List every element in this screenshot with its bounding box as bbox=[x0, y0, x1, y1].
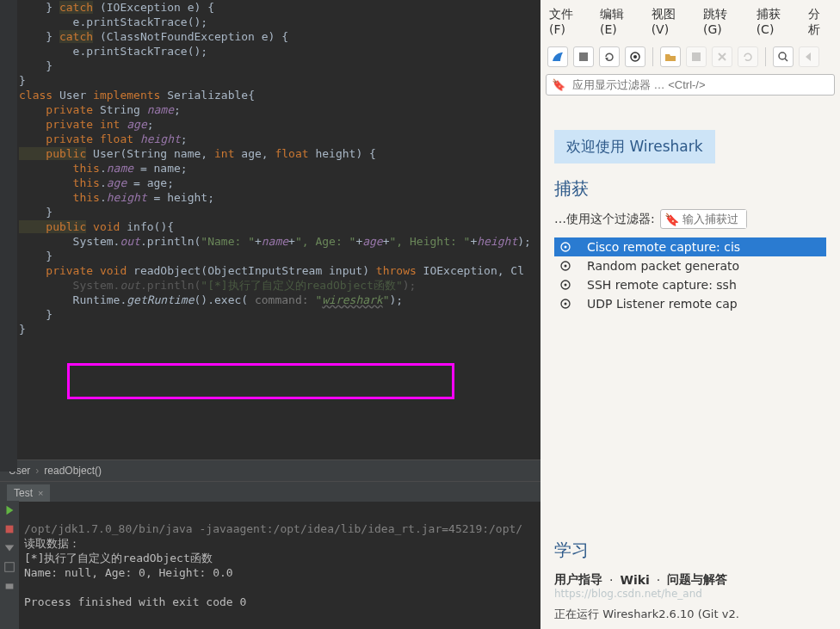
learn-heading: 学习 bbox=[554, 539, 840, 562]
print-icon[interactable] bbox=[3, 580, 15, 592]
interface-row[interactable]: Random packet generato bbox=[554, 256, 826, 275]
run-tool-icons bbox=[0, 501, 19, 629]
bookmark-icon[interactable]: 🔖 bbox=[664, 213, 679, 226]
close-file-icon[interactable] bbox=[712, 46, 732, 67]
options-icon[interactable] bbox=[625, 46, 645, 67]
menu-go[interactable]: 跳转(G) bbox=[703, 7, 744, 38]
menu-file[interactable]: 文件(F) bbox=[549, 7, 588, 38]
menu-capture[interactable]: 捕获(C) bbox=[757, 7, 797, 38]
separator bbox=[652, 47, 653, 66]
console-cmd: /opt/jdk1.7.0_80/bin/java -javaagent:/op… bbox=[24, 522, 522, 535]
stop-icon[interactable] bbox=[3, 523, 15, 535]
watermark-url: https://blog.csdn.net/he_and bbox=[554, 588, 840, 600]
menu-edit[interactable]: 编辑(E) bbox=[600, 7, 639, 38]
bookmark-icon[interactable]: 🔖 bbox=[547, 75, 571, 95]
run-tab-label: Test bbox=[14, 487, 33, 499]
menu-analyze[interactable]: 分析 bbox=[808, 7, 831, 38]
stop-capture-icon[interactable] bbox=[573, 46, 594, 67]
breadcrumb-method[interactable]: readObject() bbox=[44, 465, 102, 477]
find-icon[interactable] bbox=[773, 46, 794, 67]
capture-heading: 捕获 bbox=[554, 177, 826, 200]
link-wiki[interactable]: Wiki bbox=[620, 573, 649, 587]
link-user-guide[interactable]: 用户指导 bbox=[554, 572, 602, 588]
display-filter[interactable]: 🔖 bbox=[546, 74, 835, 96]
gear-icon bbox=[559, 241, 571, 253]
interface-row[interactable]: SSH remote capture: ssh bbox=[554, 275, 826, 294]
menu-view[interactable]: 视图(V) bbox=[652, 7, 691, 38]
menu-bar[interactable]: 文件(F) 编辑(E) 视图(V) 跳转(G) 捕获(C) 分析 bbox=[540, 0, 840, 45]
gear-icon bbox=[559, 298, 571, 310]
close-icon[interactable]: × bbox=[38, 488, 43, 498]
annotation-highlight bbox=[67, 363, 454, 399]
run-tab-bar: Test × bbox=[0, 482, 540, 502]
interface-label: SSH remote capture: ssh bbox=[587, 278, 737, 292]
console-out: 读取数据： bbox=[24, 537, 80, 550]
back-icon[interactable] bbox=[799, 46, 819, 67]
console-out: Name: null, Age: 0, Height: 0.0 bbox=[24, 566, 233, 579]
gear-icon bbox=[559, 279, 571, 291]
learn-links: 用户指导 · Wiki · 问题与解答 bbox=[554, 572, 840, 588]
interface-label: UDP Listener remote cap bbox=[587, 297, 738, 311]
code-editor[interactable]: } catch (IOException e) { e.printStackTr… bbox=[0, 0, 540, 459]
keyword-catch: catch bbox=[59, 1, 93, 14]
svg-point-13 bbox=[565, 284, 567, 287]
svg-rect-1 bbox=[5, 563, 15, 572]
svg-point-11 bbox=[565, 265, 567, 268]
toolbar bbox=[540, 45, 840, 72]
shark-fin-icon[interactable] bbox=[547, 46, 568, 67]
interface-list[interactable]: Cisco remote capture: cis Random packet … bbox=[554, 237, 826, 313]
chevron-right-icon: › bbox=[35, 465, 39, 477]
svg-rect-6 bbox=[692, 52, 701, 61]
breadcrumb[interactable]: User › readObject() bbox=[0, 459, 540, 482]
svg-point-15 bbox=[565, 303, 567, 305]
console-exit: Process finished with exit code 0 bbox=[24, 595, 246, 608]
wireshark-window: 文件(F) 编辑(E) 视图(V) 跳转(G) 捕获(C) 分析 🔖 欢迎使用 … bbox=[540, 0, 840, 629]
layout-icon[interactable] bbox=[3, 561, 15, 573]
reload-icon[interactable] bbox=[738, 46, 758, 67]
separator bbox=[765, 47, 766, 66]
down-icon[interactable] bbox=[3, 542, 15, 554]
svg-rect-2 bbox=[6, 583, 14, 589]
status-bar: 正在运行 Wireshark2.6.10 (Git v2. bbox=[554, 607, 840, 622]
rerun-icon[interactable] bbox=[3, 504, 15, 516]
run-console[interactable]: /opt/jdk1.7.0_80/bin/java -javaagent:/op… bbox=[0, 502, 540, 629]
svg-point-5 bbox=[633, 55, 637, 59]
code: } bbox=[19, 1, 59, 14]
interface-label: Random packet generato bbox=[587, 259, 739, 273]
welcome-title: 欢迎使用 Wireshark bbox=[554, 130, 715, 163]
console-out: [*]执行了自定义的readObject函数 bbox=[24, 552, 213, 564]
keyword-catch: catch bbox=[59, 30, 93, 43]
display-filter-input[interactable] bbox=[571, 75, 834, 95]
save-icon[interactable] bbox=[686, 46, 707, 67]
interface-row[interactable]: UDP Listener remote cap bbox=[554, 294, 826, 313]
open-icon[interactable] bbox=[660, 46, 681, 67]
parameter-hint: command: bbox=[255, 293, 315, 306]
gear-icon bbox=[559, 260, 571, 272]
run-tab-test[interactable]: Test × bbox=[7, 484, 50, 502]
svg-point-9 bbox=[565, 246, 567, 249]
interface-label: Cisco remote capture: cis bbox=[587, 240, 740, 254]
svg-point-7 bbox=[779, 52, 786, 59]
link-qa[interactable]: 问题与解答 bbox=[667, 572, 727, 588]
svg-rect-0 bbox=[6, 526, 14, 533]
ide-pane: } catch (IOException e) { e.printStackTr… bbox=[0, 0, 540, 629]
capture-filter-input[interactable] bbox=[679, 210, 746, 228]
capture-filter-field[interactable]: 🔖 bbox=[660, 209, 747, 229]
restart-capture-icon[interactable] bbox=[599, 46, 620, 67]
interface-row[interactable]: Cisco remote capture: cis bbox=[554, 237, 826, 256]
svg-rect-3 bbox=[579, 52, 588, 61]
capture-filter-label: …使用这个过滤器: bbox=[554, 212, 655, 227]
